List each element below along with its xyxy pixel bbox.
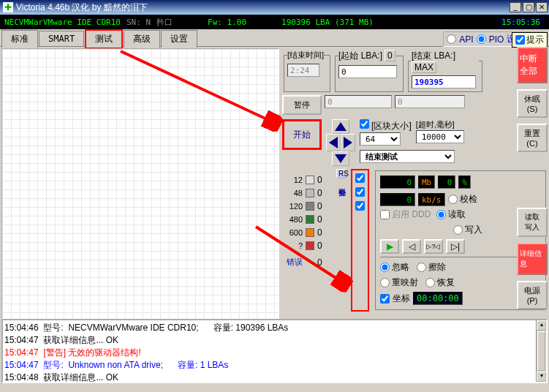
startlba-input[interactable] bbox=[338, 65, 397, 78]
app-title: Victoria 4.46b 汉化 by 黯然的泪下 bbox=[16, 1, 148, 14]
log-panel[interactable]: 15:04:46 型号: NECVMWarVMware IDE CDR10; 容… bbox=[1, 319, 548, 383]
endtime-group: [结束时间] bbox=[284, 50, 330, 92]
log-line: 15:04:47 [警告] 无效的驱动器结构! bbox=[4, 347, 545, 359]
tab-standard[interactable]: 标准 bbox=[1, 30, 38, 48]
titlebar: ✚ Victoria 4.46b 汉化 by 黯然的泪下 _ ▢ ✕ bbox=[0, 0, 549, 15]
power-button[interactable]: 电源(P) bbox=[517, 281, 548, 309]
port-label: 矜口 bbox=[156, 17, 173, 28]
erase-radio[interactable] bbox=[417, 263, 426, 272]
lba-label: 190396 LBA (371 MB) bbox=[281, 18, 374, 27]
nav-down[interactable] bbox=[332, 151, 349, 166]
clock: 15:05:36 bbox=[497, 17, 545, 28]
status-bar: NECVMWarVMware IDE CDR10 SN: N 矜口 Fw: 1.… bbox=[0, 15, 549, 29]
action-select[interactable]: 结束测试 bbox=[360, 150, 455, 163]
timer: 00:00:00 bbox=[413, 292, 463, 305]
endtime-input bbox=[287, 64, 319, 77]
cb2[interactable] bbox=[355, 187, 365, 197]
device-name: NECVMWarVMware IDE CDR10 bbox=[4, 18, 121, 27]
prompt-toggle[interactable]: 提示 bbox=[512, 32, 548, 48]
timeout-select[interactable]: 10000 bbox=[416, 130, 464, 143]
stat-block bbox=[306, 189, 314, 197]
prompt-checkbox[interactable] bbox=[515, 35, 525, 45]
nav-up[interactable] bbox=[332, 119, 349, 134]
nav-right[interactable] bbox=[341, 134, 355, 151]
cb3[interactable] bbox=[355, 201, 365, 211]
abort-button[interactable]: 中断全部 bbox=[517, 47, 548, 83]
rw-button[interactable]: 读取 写入 bbox=[517, 208, 548, 237]
nav-diamond bbox=[326, 119, 355, 166]
endlba-group: [结束 LBA:] MAX bbox=[408, 50, 482, 92]
tab-smart[interactable]: SMART bbox=[39, 31, 84, 46]
log-scrollbar[interactable]: ▴ ▾ bbox=[536, 320, 546, 382]
stat-block bbox=[306, 202, 314, 211]
tab-test[interactable]: 测试 bbox=[85, 29, 123, 49]
app-icon: ✚ bbox=[3, 2, 13, 12]
fw-label: Fw: 1.00 bbox=[208, 18, 246, 27]
progress1 bbox=[325, 95, 392, 108]
end-button[interactable]: ▷| bbox=[446, 239, 465, 254]
maximize-button[interactable]: ▢ bbox=[523, 2, 534, 12]
progress2 bbox=[395, 95, 465, 108]
zero-button[interactable]: 0 bbox=[385, 50, 395, 61]
reset-button[interactable]: 重置(C) bbox=[517, 124, 548, 152]
ddd-cb[interactable] bbox=[380, 210, 390, 219]
remap-radio[interactable] bbox=[380, 278, 390, 287]
cb1[interactable] bbox=[355, 173, 365, 183]
detail-button[interactable]: 详细信息 bbox=[517, 243, 548, 275]
kbs-val: 0 bbox=[380, 193, 415, 206]
close-button[interactable]: ✕ bbox=[536, 2, 548, 12]
mb-val: 0 bbox=[380, 176, 415, 189]
max-button[interactable]: MAX bbox=[412, 61, 436, 73]
timing-stats: 120480120048006000?0 错误0 bbox=[282, 175, 332, 312]
block-select[interactable]: 64 bbox=[360, 132, 401, 146]
sleep-button[interactable]: 休眠(S) bbox=[517, 89, 548, 118]
endlba-input[interactable] bbox=[412, 75, 476, 88]
check-radio[interactable] bbox=[448, 195, 458, 204]
pio-radio[interactable] bbox=[477, 34, 486, 44]
log-line: 15:04:46 型号: NECVMWarVMware IDE CDR10; 容… bbox=[4, 322, 545, 334]
log-line: 15:04:47 获取详细信息... OK bbox=[4, 334, 545, 347]
rs-badge[interactable]: RS bbox=[336, 169, 347, 178]
scroll-down[interactable]: ▾ bbox=[537, 372, 546, 382]
restore-radio[interactable] bbox=[425, 278, 435, 287]
minimize-button[interactable]: _ bbox=[510, 2, 521, 12]
write-radio[interactable] bbox=[453, 225, 463, 235]
tab-settings[interactable]: 设置 bbox=[161, 30, 197, 48]
seek-button[interactable]: ▷?◁ bbox=[424, 239, 443, 254]
pause-button[interactable]: 暂停 bbox=[282, 95, 322, 115]
sn-label: SN: N bbox=[126, 18, 151, 27]
block-cb[interactable] bbox=[360, 119, 369, 129]
play-button[interactable]: ▶ bbox=[380, 239, 399, 254]
log-line: 15:04:47 型号: Unknown non ATA drive; 容量: … bbox=[4, 359, 545, 372]
stat-block bbox=[306, 176, 314, 184]
stat-block bbox=[306, 228, 314, 237]
scroll-up[interactable]: ▴ bbox=[537, 320, 546, 331]
startlba-group: [起始 LBA:] 0 bbox=[335, 50, 404, 92]
api-radio[interactable] bbox=[447, 34, 456, 44]
coord-cb[interactable] bbox=[380, 294, 390, 304]
start-button[interactable]: 开始 bbox=[282, 119, 322, 150]
stat-block bbox=[306, 215, 314, 224]
scan-grid bbox=[1, 48, 279, 319]
nav-left[interactable] bbox=[326, 134, 341, 151]
ignore-radio[interactable] bbox=[380, 263, 390, 272]
tab-advanced[interactable]: 高级 bbox=[124, 30, 160, 48]
stat-block bbox=[306, 241, 314, 250]
read-radio[interactable] bbox=[436, 210, 446, 219]
log-line: 15:04:48 获取详细信息... OK bbox=[4, 372, 545, 383]
tab-row: 标准 SMART 测试 高级 设置 API PIO 设备 F: ▾ bbox=[0, 29, 549, 47]
back-button[interactable]: ◁ bbox=[402, 239, 421, 254]
